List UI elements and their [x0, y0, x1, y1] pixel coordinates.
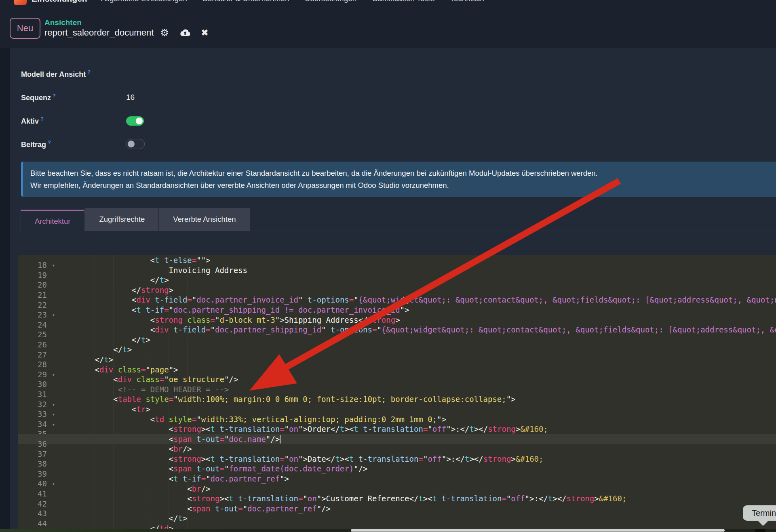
menu-item[interactable]: Übersetzungen: [304, 0, 356, 3]
code-line-23: 23▾ <t t-if="doc.partner_shipping_id != …: [18, 305, 776, 315]
code-text: <tr>: [58, 404, 150, 414]
code-text: <span t-out="doc.partner_ref"/>: [58, 504, 331, 514]
desktop-wallpaper-sliver: [0, 529, 226, 532]
code-line-32: 32▾ <table style="width:100%; margin:0 0…: [18, 394, 776, 404]
code-line-21: 21 </strong>: [18, 285, 776, 295]
code-line-44: 44 </t>: [18, 513, 776, 524]
tab-vererbte-ansichten[interactable]: Vererbte Ansichten: [159, 208, 249, 231]
form-panel: Modell der Ansicht? Sequenz? 16 Aktiv? B…: [10, 48, 776, 529]
code-line-41: 41 <br/>: [18, 484, 776, 494]
code-text: <div class="page">: [58, 365, 178, 375]
code-text: </t>: [58, 345, 132, 355]
code-text: <strong><t t-translation="on">Order</t><…: [58, 424, 548, 434]
odoo-settings-view-editor: { "topbar": { "app_name": "Einstellungen…: [0, 0, 776, 532]
code-text: </td>: [58, 524, 173, 529]
gear-icon[interactable]: ⚙: [160, 27, 169, 38]
code-text: </t>: [58, 513, 187, 524]
code-text: <div class="oe_structure"/>: [58, 374, 238, 385]
code-text: <span t-out="doc.name"/>: [58, 434, 280, 444]
field-value-sequence[interactable]: 16: [126, 93, 135, 102]
code-line-45: 45 </td>: [18, 524, 776, 529]
field-row-active: Aktiv?: [21, 116, 144, 126]
menu-item[interactable]: Benutzer & Unternehmen: [202, 0, 289, 3]
menu-item[interactable]: Allgemeine Einstellungen: [101, 0, 187, 3]
code-line-36: 36 <span t-out="doc.name"/>: [18, 434, 776, 444]
code-line-31: 31 <!-- = DEMO HEADER = -->: [18, 385, 776, 395]
code-text: <td style="width:33%; vertical-align:top…: [58, 414, 446, 425]
code-line-19: 19 Invoicing Address: [18, 265, 776, 275]
tab-architektur[interactable]: Architektur: [21, 210, 84, 231]
close-icon[interactable]: ✖: [201, 28, 209, 38]
code-line-42: 42 <strong><t t-translation="on">Custome…: [18, 494, 776, 504]
tab-bar: ArchitekturZugriffsrechteVererbte Ansich…: [21, 208, 776, 231]
toggle-knob: [128, 141, 135, 147]
code-text: <t t-if="doc.partner_shipping_id != doc.…: [58, 305, 409, 315]
menu-item[interactable]: Gamification Tools: [372, 0, 434, 3]
code-line-20: 20 </t>: [18, 275, 776, 285]
breadcrumb: Neu Ansichten report_saleorder_document …: [10, 18, 208, 39]
code-text: <strong><t t-translation="on">Customer R…: [58, 494, 626, 504]
desktop-dark-marker: [755, 529, 765, 532]
code-text: <br/>: [58, 484, 211, 494]
settings-app-icon[interactable]: [14, 0, 27, 5]
app-name[interactable]: Einstellungen: [32, 0, 87, 4]
field-row-model: Modell der Ansicht?: [21, 69, 126, 79]
help-icon[interactable]: ?: [87, 69, 91, 75]
help-icon[interactable]: ?: [40, 116, 44, 122]
code-line-37: 37 <br/>: [18, 444, 776, 454]
code-line-34: 34▾ <td style="width:33%; vertical-align…: [18, 414, 776, 425]
contribution-toggle[interactable]: [126, 139, 145, 149]
code-text: <div t-field="doc.partner_shipping_id" t…: [58, 325, 776, 335]
toggle-knob: [136, 118, 143, 124]
desktop-window-edge: [351, 529, 725, 532]
tab-zugriffsrechte[interactable]: Zugriffsrechte: [85, 208, 158, 231]
top-menubar: Einstellungen Allgemeine EinstellungenBe…: [0, 0, 776, 5]
code-line-22: 22 <div t-field="doc.partner_invoice_id"…: [18, 295, 776, 305]
help-icon[interactable]: ?: [48, 139, 51, 145]
code-text: <table style="width:100%; margin:0 0 6mm…: [58, 394, 516, 404]
code-text: <span t-out="format_date(doc.date_order)…: [58, 464, 368, 474]
menu-item[interactable]: Technisch: [450, 0, 484, 3]
field-label-sequence: Sequenz: [21, 94, 51, 102]
code-lines: 18▾ <t t-else="">19 Invoicing Address20 …: [18, 255, 776, 529]
alert-line-2: Wir empfehlen, Änderungen an Standardans…: [30, 179, 776, 191]
field-label-active: Aktiv: [21, 117, 39, 125]
code-line-35: 35 <strong><t t-translation="on">Order</…: [18, 424, 776, 434]
code-line-18: 18▾ <t t-else="">: [18, 255, 776, 265]
code-line-30: 30 <div class="oe_structure"/>: [18, 374, 776, 385]
code-line-27: 27 </t>: [18, 345, 776, 355]
cloud-upload-icon[interactable]: [179, 29, 191, 37]
header: Einstellungen Allgemeine EinstellungenBe…: [0, 0, 776, 48]
help-icon[interactable]: ?: [53, 93, 56, 99]
code-line-33: 33▾ <tr>: [18, 404, 776, 414]
code-text: </t>: [58, 275, 169, 285]
code-line-29: 29▾ <div class="page">: [18, 365, 776, 375]
warning-alert: Bitte beachten Sie, dass es nicht ratsam…: [21, 162, 776, 197]
code-line-28: 28 </t>: [18, 355, 776, 365]
top-menu-items: Allgemeine EinstellungenBenutzer & Unter…: [101, 0, 500, 3]
desktop-strip: [0, 529, 776, 532]
active-toggle[interactable]: [126, 116, 144, 126]
code-line-24: 24 <strong class="d-block mt-3">Shipping…: [18, 315, 776, 325]
code-text: </t>: [58, 355, 113, 365]
code-text: <br/>: [58, 444, 192, 454]
breadcrumb-parent-link[interactable]: Ansichten: [44, 18, 208, 27]
page-title: report_saleorder_document: [44, 27, 154, 38]
new-button[interactable]: Neu: [10, 18, 40, 39]
code-line-25: 25 <div t-field="doc.partner_shipping_id…: [18, 325, 776, 335]
code-text: <strong class="d-block mt-3">Shipping Ad…: [58, 315, 400, 325]
tooltip: Termin: [743, 505, 776, 521]
text-cursor: [280, 435, 280, 444]
architecture-code-editor[interactable]: 18▾ <t t-else="">19 Invoicing Address20 …: [18, 255, 776, 529]
code-text: <t t-if="doc.partner_ref">: [58, 474, 289, 484]
code-text: <div t-field="doc.partner_invoice_id" t-…: [58, 295, 776, 305]
code-text: <!-- = DEMO HEADER = -->: [58, 385, 229, 395]
code-text: </strong>: [58, 285, 173, 295]
code-text: <strong><t t-translation="on">Date</t><t…: [58, 454, 543, 464]
code-line-43: 43 <span t-out="doc.partner_ref"/>: [18, 504, 776, 514]
code-line-39: 39 <span t-out="format_date(doc.date_ord…: [18, 464, 776, 474]
field-label-model: Modell der Ansicht: [21, 70, 86, 78]
code-line-26: 26 </t>: [18, 335, 776, 345]
alert-line-1: Bitte beachten Sie, dass es nicht ratsam…: [30, 167, 776, 179]
code-line-38: 38 <strong><t t-translation="on">Date</t…: [18, 454, 776, 464]
